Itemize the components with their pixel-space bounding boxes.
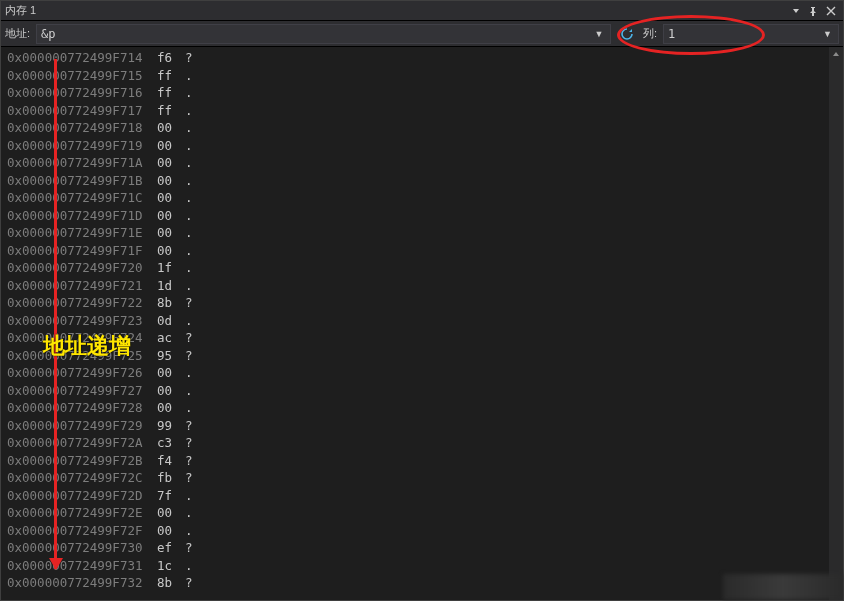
hex-cell: 0d [157,312,185,330]
ascii-cell: ? [185,49,193,67]
window-title: 内存 1 [5,3,789,18]
memory-row[interactable]: 0x000000772499F72Ac3? [7,434,829,452]
memory-row[interactable]: 0x000000772499F72Bf4? [7,452,829,470]
ascii-cell: . [185,172,193,190]
hex-cell: c3 [157,434,185,452]
ascii-cell: . [185,259,193,277]
memory-row[interactable]: 0x000000772499F724ac? [7,329,829,347]
toolbar: 地址: ▼ 列: ▼ [1,21,843,47]
address-cell: 0x000000772499F720 [7,259,157,277]
memory-row[interactable]: 0x000000772499F7328b? [7,574,829,592]
memory-row[interactable]: 0x000000772499F7230d. [7,312,829,330]
hex-cell: f6 [157,49,185,67]
memory-row[interactable]: 0x000000772499F72E00. [7,504,829,522]
memory-row[interactable]: 0x000000772499F72595? [7,347,829,365]
memory-row[interactable]: 0x000000772499F730ef? [7,539,829,557]
address-cell: 0x000000772499F71F [7,242,157,260]
memory-row[interactable]: 0x000000772499F7228b? [7,294,829,312]
hex-cell: 7f [157,487,185,505]
refresh-button[interactable] [617,24,637,44]
columns-dropdown-icon[interactable]: ▼ [821,29,834,39]
address-cell: 0x000000772499F71A [7,154,157,172]
scroll-up-button[interactable] [829,47,843,61]
address-cell: 0x000000772499F722 [7,294,157,312]
hex-cell: ff [157,102,185,120]
ascii-cell: . [185,67,193,85]
memory-row[interactable]: 0x000000772499F71D00. [7,207,829,225]
address-cell: 0x000000772499F72D [7,487,157,505]
ascii-cell: ? [185,539,193,557]
scroll-down-button[interactable] [829,586,843,600]
ascii-cell: ? [185,434,193,452]
memory-row[interactable]: 0x000000772499F7311c. [7,557,829,575]
hex-cell: 8b [157,294,185,312]
address-cell: 0x000000772499F723 [7,312,157,330]
address-cell: 0x000000772499F726 [7,364,157,382]
ascii-cell: . [185,504,193,522]
ascii-cell: . [185,382,193,400]
memory-row[interactable]: 0x000000772499F71F00. [7,242,829,260]
memory-row[interactable]: 0x000000772499F71C00. [7,189,829,207]
hex-cell: 00 [157,189,185,207]
memory-row[interactable]: 0x000000772499F715ff. [7,67,829,85]
address-cell: 0x000000772499F724 [7,329,157,347]
memory-row[interactable]: 0x000000772499F716ff. [7,84,829,102]
memory-row[interactable]: 0x000000772499F72D7f. [7,487,829,505]
memory-row[interactable]: 0x000000772499F7201f. [7,259,829,277]
address-cell: 0x000000772499F719 [7,137,157,155]
ascii-cell: . [185,84,193,102]
memory-row[interactable]: 0x000000772499F71800. [7,119,829,137]
memory-row[interactable]: 0x000000772499F717ff. [7,102,829,120]
close-button[interactable] [823,3,839,19]
memory-row[interactable]: 0x000000772499F71E00. [7,224,829,242]
address-cell: 0x000000772499F72C [7,469,157,487]
memory-row[interactable]: 0x000000772499F72700. [7,382,829,400]
memory-row[interactable]: 0x000000772499F72800. [7,399,829,417]
address-cell: 0x000000772499F72A [7,434,157,452]
ascii-cell: . [185,154,193,172]
ascii-cell: . [185,242,193,260]
ascii-cell: . [185,312,193,330]
address-cell: 0x000000772499F71E [7,224,157,242]
columns-input[interactable] [668,27,821,41]
address-cell: 0x000000772499F72F [7,522,157,540]
address-cell: 0x000000772499F729 [7,417,157,435]
memory-row[interactable]: 0x000000772499F7211d. [7,277,829,295]
vertical-scrollbar[interactable] [829,47,843,600]
memory-row[interactable]: 0x000000772499F714f6? [7,49,829,67]
ascii-cell: . [185,189,193,207]
memory-row[interactable]: 0x000000772499F71B00. [7,172,829,190]
ascii-cell: . [185,207,193,225]
ascii-cell: . [185,137,193,155]
address-cell: 0x000000772499F731 [7,557,157,575]
hex-cell: 1d [157,277,185,295]
hex-cell: 00 [157,224,185,242]
window-options-dropdown[interactable] [789,7,803,15]
memory-row[interactable]: 0x000000772499F72F00. [7,522,829,540]
memory-row[interactable]: 0x000000772499F71900. [7,137,829,155]
ascii-cell: . [185,224,193,242]
address-cell: 0x000000772499F717 [7,102,157,120]
ascii-cell: ? [185,347,193,365]
memory-row[interactable]: 0x000000772499F72600. [7,364,829,382]
memory-content[interactable]: 0x000000772499F714f6?0x000000772499F715f… [1,47,829,600]
hex-cell: ac [157,329,185,347]
address-cell: 0x000000772499F714 [7,49,157,67]
hex-cell: ff [157,84,185,102]
columns-combobox[interactable]: ▼ [663,24,839,44]
scroll-track[interactable] [829,61,843,586]
pin-button[interactable] [805,3,821,19]
address-cell: 0x000000772499F718 [7,119,157,137]
address-input[interactable] [41,27,592,41]
address-cell: 0x000000772499F72E [7,504,157,522]
memory-window: 内存 1 地址: ▼ 列: ▼ 0x00000077249 [0,0,844,601]
address-combobox[interactable]: ▼ [36,24,611,44]
address-cell: 0x000000772499F721 [7,277,157,295]
memory-row[interactable]: 0x000000772499F72999? [7,417,829,435]
memory-row[interactable]: 0x000000772499F72Cfb? [7,469,829,487]
memory-row[interactable]: 0x000000772499F71A00. [7,154,829,172]
ascii-cell: ? [185,329,193,347]
address-dropdown-icon[interactable]: ▼ [592,29,606,39]
hex-cell: 00 [157,382,185,400]
hex-cell: 00 [157,172,185,190]
